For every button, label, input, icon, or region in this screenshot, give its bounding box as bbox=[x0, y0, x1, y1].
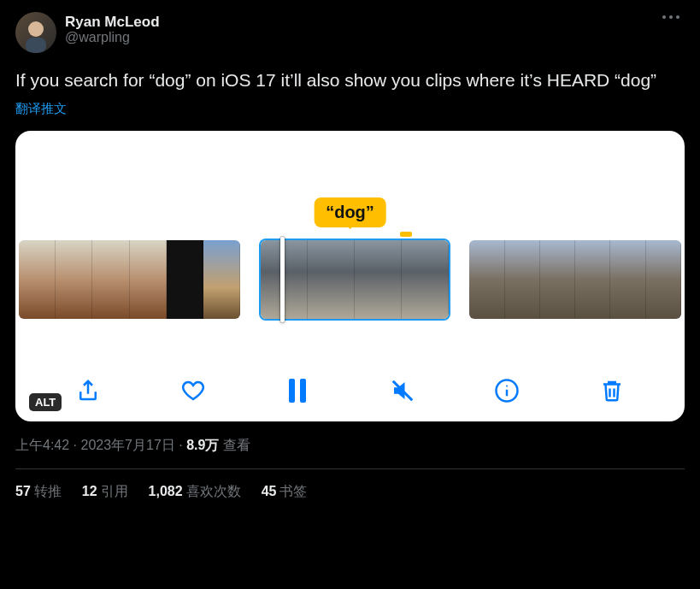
svg-rect-1 bbox=[26, 38, 46, 53]
mute-button[interactable] bbox=[387, 375, 418, 406]
svg-point-5 bbox=[506, 386, 508, 387]
stat-retweets[interactable]: 57转推 bbox=[15, 483, 62, 501]
delete-button[interactable] bbox=[597, 375, 627, 406]
marker bbox=[400, 232, 412, 237]
display-name[interactable]: Ryan McLeod bbox=[65, 14, 654, 31]
alt-badge[interactable]: ALT bbox=[29, 393, 62, 411]
frame bbox=[56, 240, 92, 319]
playhead[interactable] bbox=[280, 237, 285, 322]
info-icon bbox=[494, 378, 520, 403]
translate-link[interactable]: 翻译推文 bbox=[15, 101, 685, 117]
tweet-header: Ryan McLeod @warpling bbox=[15, 12, 685, 53]
media-controls bbox=[15, 375, 685, 406]
filmstrip[interactable] bbox=[15, 240, 685, 319]
frame bbox=[540, 240, 575, 319]
pause-button[interactable] bbox=[282, 375, 313, 406]
frame bbox=[308, 240, 355, 319]
share-button[interactable] bbox=[73, 375, 103, 406]
more-icon bbox=[662, 15, 679, 19]
frame bbox=[610, 240, 645, 319]
stat-bookmarks[interactable]: 45书签 bbox=[262, 483, 308, 501]
tweet-meta: 上午4:42 · 2023年7月17日 · 8.9万 查看 bbox=[15, 437, 685, 455]
frame bbox=[646, 240, 681, 319]
speaker-muted-icon bbox=[390, 378, 415, 403]
frame bbox=[505, 240, 540, 319]
info-button[interactable] bbox=[491, 375, 522, 406]
frame bbox=[19, 240, 56, 319]
views-label: 查看 bbox=[219, 438, 250, 452]
media-card[interactable]: “dog” bbox=[15, 131, 685, 421]
stat-likes[interactable]: 1,082喜欢次数 bbox=[149, 483, 241, 501]
tweet: Ryan McLeod @warpling If you search for … bbox=[0, 0, 700, 515]
search-term-tooltip: “dog” bbox=[314, 197, 386, 227]
time[interactable]: 上午4:42 bbox=[15, 438, 69, 452]
pause-icon bbox=[289, 379, 306, 403]
frame bbox=[203, 240, 240, 319]
clip-3[interactable] bbox=[469, 240, 681, 319]
frame bbox=[167, 240, 203, 319]
tweet-text: If you search for “dog” on iOS 17 it’ll … bbox=[15, 68, 685, 92]
like-button[interactable] bbox=[178, 375, 209, 406]
more-button[interactable] bbox=[662, 12, 685, 19]
frame bbox=[469, 240, 504, 319]
author-names: Ryan McLeod @warpling bbox=[65, 12, 654, 45]
clip-2-active[interactable] bbox=[261, 240, 449, 319]
heart-icon bbox=[180, 378, 206, 403]
date[interactable]: 2023年7月17日 bbox=[80, 438, 174, 452]
svg-point-0 bbox=[28, 21, 44, 37]
frame bbox=[130, 240, 167, 319]
frame bbox=[92, 240, 129, 319]
handle[interactable]: @warpling bbox=[65, 30, 654, 45]
stat-quotes[interactable]: 12引用 bbox=[82, 483, 128, 501]
share-icon bbox=[75, 378, 101, 403]
frame bbox=[402, 240, 449, 319]
frame bbox=[355, 240, 402, 319]
clip-1[interactable] bbox=[19, 240, 240, 319]
frame bbox=[575, 240, 610, 319]
trash-icon bbox=[599, 378, 625, 403]
tweet-stats: 57转推 12引用 1,082喜欢次数 45书签 bbox=[15, 469, 685, 515]
views-count[interactable]: 8.9万 bbox=[186, 438, 219, 452]
avatar[interactable] bbox=[15, 12, 56, 53]
